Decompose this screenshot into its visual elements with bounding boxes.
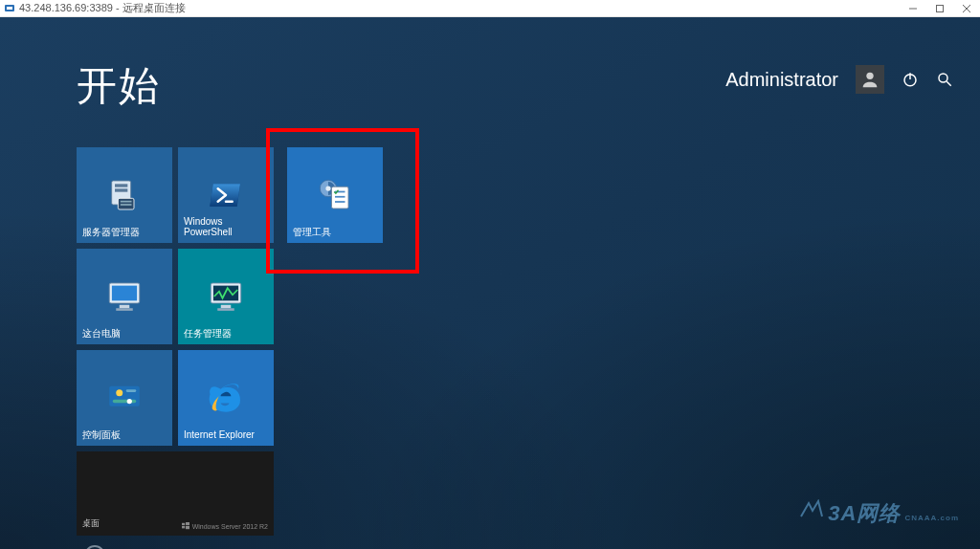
svg-rect-20 xyxy=(120,305,130,309)
window-controls xyxy=(900,0,980,16)
watermark-main: 3A网络 xyxy=(828,499,901,528)
tile-ie[interactable]: Internet Explorer xyxy=(178,350,274,446)
tile-label: Internet Explorer xyxy=(184,429,268,440)
watermark: 3A网络 CNAAA.com xyxy=(799,499,959,528)
svg-rect-38 xyxy=(182,523,185,525)
svg-rect-29 xyxy=(113,400,137,404)
svg-point-27 xyxy=(116,389,122,396)
tile-task-manager[interactable]: 任务管理器 xyxy=(178,249,274,344)
svg-rect-13 xyxy=(115,188,127,191)
user-name: Administrator xyxy=(725,69,838,91)
svg-rect-19 xyxy=(112,286,137,301)
svg-rect-15 xyxy=(121,201,132,203)
tile-label: Windows PowerShell xyxy=(184,216,268,237)
svg-rect-12 xyxy=(115,184,127,187)
rdp-titlebar: 43.248.136.69:3389 - 远程桌面连接 xyxy=(0,0,980,17)
tile-label: 这台电脑 xyxy=(82,328,167,339)
desktop-brand: Windows Server 2012 R2 xyxy=(182,522,268,530)
svg-line-10 xyxy=(947,81,951,86)
watermark-sub: CNAAA.com xyxy=(904,514,959,522)
svg-point-33 xyxy=(325,186,330,190)
svg-point-9 xyxy=(939,74,947,82)
tile-desktop[interactable]: 桌面 Windows Server 2012 R2 xyxy=(77,451,274,536)
tile-label: 服务器管理器 xyxy=(82,227,167,237)
tile-control-panel[interactable]: 控制面板 xyxy=(77,350,172,446)
svg-rect-40 xyxy=(182,526,185,528)
rdp-icon xyxy=(4,3,15,14)
svg-rect-26 xyxy=(109,386,140,406)
tile-powershell[interactable]: Windows PowerShell xyxy=(178,147,274,243)
start-title: 开始 xyxy=(77,59,161,113)
tile-admin-tools[interactable]: 管理工具 xyxy=(287,147,383,243)
tile-label: 管理工具 xyxy=(293,227,377,237)
user-area: Administrator xyxy=(725,65,953,94)
maximize-button[interactable] xyxy=(926,0,953,16)
search-icon[interactable] xyxy=(936,71,953,88)
svg-rect-41 xyxy=(186,526,189,529)
start-screen: 开始 Administrator 服务器管理器 Windows Pow xyxy=(0,17,980,549)
svg-rect-1 xyxy=(7,7,12,10)
power-icon[interactable] xyxy=(902,71,919,88)
svg-point-30 xyxy=(127,399,132,404)
svg-rect-24 xyxy=(221,305,232,309)
tile-label: 任务管理器 xyxy=(184,328,268,339)
svg-rect-3 xyxy=(937,5,944,11)
svg-rect-25 xyxy=(217,308,234,311)
tile-label: 控制面板 xyxy=(82,429,167,440)
minimize-button[interactable] xyxy=(900,0,926,16)
user-avatar[interactable] xyxy=(856,65,884,94)
svg-rect-14 xyxy=(118,198,134,209)
rdp-title-text: 43.248.136.69:3389 - 远程桌面连接 xyxy=(19,1,186,15)
svg-rect-28 xyxy=(126,389,137,392)
tile-this-pc[interactable]: 这台电脑 xyxy=(77,249,172,344)
tile-grid: 服务器管理器 Windows PowerShell 这台电脑 任务管理器 xyxy=(77,147,274,446)
close-button[interactable] xyxy=(953,0,980,16)
svg-rect-21 xyxy=(116,308,133,311)
all-apps-button[interactable] xyxy=(84,545,105,549)
tile-server-manager[interactable]: 服务器管理器 xyxy=(77,147,172,243)
svg-rect-16 xyxy=(121,204,132,206)
svg-rect-39 xyxy=(186,522,189,525)
svg-point-6 xyxy=(866,73,873,79)
